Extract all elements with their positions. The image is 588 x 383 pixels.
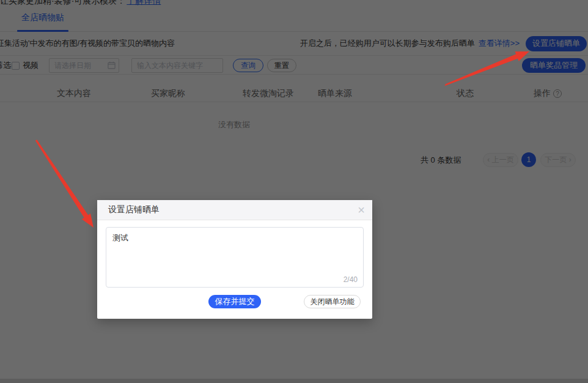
setup-store-show-modal: 设置店铺晒单 × 测试 2/40 保存并提交 关闭晒单功能	[97, 200, 372, 319]
show-text-input[interactable]: 测试	[106, 227, 364, 288]
show-text-field-wrap: 测试 2/40	[106, 227, 364, 288]
modal-title: 设置店铺晒单	[108, 204, 160, 215]
modal-overlay	[0, 0, 588, 383]
modal-header: 设置店铺晒单 ×	[97, 200, 372, 220]
close-show-feature-button[interactable]: 关闭晒单功能	[304, 295, 361, 308]
save-submit-button[interactable]: 保存并提交	[208, 295, 261, 308]
char-counter: 2/40	[344, 275, 358, 284]
close-icon[interactable]: ×	[358, 203, 365, 217]
